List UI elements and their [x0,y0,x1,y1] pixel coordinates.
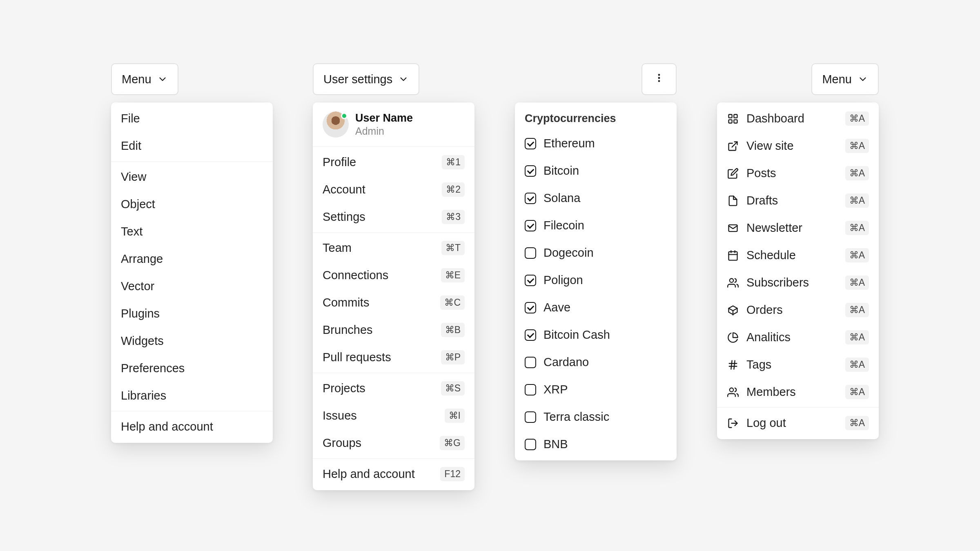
keyboard-shortcut: ⌘A [845,111,869,126]
menu-item[interactable]: Members⌘A [717,378,879,406]
menu-item[interactable]: View [111,163,273,191]
checkbox[interactable] [525,220,536,231]
crypto-option[interactable]: Poligon [515,267,677,294]
crypto-dropdown: CryptocurrenciesEthereumBitcoinSolanaFil… [515,102,677,460]
keyboard-shortcut: ⌘A [845,303,869,317]
menu-button[interactable]: Menu [811,63,879,95]
menu-item[interactable]: Plugins [111,300,273,327]
menu-item-label: Team [323,241,352,255]
menu-item-label: Groups [323,436,361,450]
user-name: User Name [355,112,413,124]
crypto-label: Cardano [543,355,589,369]
checkbox[interactable] [525,247,536,259]
menu-item[interactable]: Libraries [111,382,273,409]
crypto-label: Bitcoin [543,164,579,178]
calendar-icon [727,249,739,262]
menu-item-label: Help and account [323,467,415,481]
checkbox[interactable] [525,275,536,286]
keyboard-shortcut: ⌘G [440,436,465,450]
crypto-label: Filecoin [543,219,584,232]
menu-item[interactable]: Posts⌘A [717,160,879,187]
crypto-option[interactable]: Solana [515,184,677,212]
keyboard-shortcut: ⌘3 [442,210,465,224]
more-button[interactable] [641,63,677,95]
menu-item[interactable]: Object [111,191,273,218]
chevron-down-icon [858,74,868,84]
keyboard-shortcut: ⌘A [845,139,869,153]
menu-item[interactable]: Commits⌘C [313,289,474,316]
user-header[interactable]: User NameAdmin [313,105,474,145]
menu-item-label: Preferences [121,362,185,375]
menu-item[interactable]: Pull requests⌘P [313,344,474,371]
crypto-option[interactable]: Bitcoin [515,157,677,184]
menu-item[interactable]: Profile⌘1 [313,149,474,176]
menu-item[interactable]: Schedule⌘A [717,242,879,269]
menu-button-label: Menu [822,73,852,86]
menu-item[interactable]: Account⌘2 [313,176,474,203]
menu-item-label: Schedule [746,249,796,262]
crypto-option[interactable]: Bitcoin Cash [515,321,677,349]
menu-item[interactable]: Analitics⌘A [717,324,879,351]
menu-item-label: Posts [746,167,776,180]
crypto-option[interactable]: Dogecoin [515,239,677,267]
checkbox[interactable] [525,439,536,450]
crypto-label: BNB [543,438,568,451]
menu-item[interactable]: Tags⌘A [717,351,879,378]
crypto-label: Bitcoin Cash [543,328,610,342]
menu-item-label: Dashboard [746,112,804,125]
menu-item[interactable]: Orders⌘A [717,296,879,324]
menu-item[interactable]: Issues⌘I [313,402,474,429]
checkbox[interactable] [525,193,536,204]
menu-item[interactable]: Projects⌘S [313,375,474,402]
crypto-option[interactable]: Cardano [515,349,677,376]
keyboard-shortcut: ⌘S [441,381,465,395]
menu-item-label: Help and account [121,420,213,433]
menu-item[interactable]: View site⌘A [717,132,879,160]
menu-item[interactable]: Text [111,218,273,245]
checkbox[interactable] [525,302,536,313]
crypto-option[interactable]: Filecoin [515,212,677,239]
checkbox[interactable] [525,411,536,423]
menu-item[interactable]: Arrange [111,245,273,273]
keyboard-shortcut: ⌘A [845,193,869,208]
menu-item[interactable]: Subscribers⌘A [717,269,879,296]
crypto-option[interactable]: XRP [515,376,677,403]
menu-item[interactable]: Dashboard⌘A [717,105,879,132]
crypto-option[interactable]: BNB [515,431,677,458]
crypto-label: Poligon [543,273,583,287]
crypto-option[interactable]: Aave [515,294,677,321]
crypto-option[interactable]: Terra classic [515,403,677,431]
grid-icon [727,113,739,125]
menu-item[interactable]: Drafts⌘A [717,187,879,214]
menu-item-label: Tags [746,358,771,371]
checkbox[interactable] [525,165,536,177]
menu-button[interactable]: Menu [111,63,178,95]
menu-item-label: Connections [323,269,388,282]
crypto-option[interactable]: Ethereum [515,130,677,157]
menu-item[interactable]: Preferences [111,355,273,382]
menu-item[interactable]: Help and accountF12 [313,460,474,488]
checkbox[interactable] [525,357,536,368]
menu-item[interactable]: Edit [111,132,273,160]
menu-item[interactable]: Log out⌘A [717,409,879,437]
menu-item-label: Analitics [746,331,791,344]
menu-item[interactable]: Groups⌘G [313,429,474,457]
nav-dropdown: Dashboard⌘AView site⌘APosts⌘ADrafts⌘ANew… [717,102,879,439]
menu-item[interactable]: Connections⌘E [313,262,474,289]
menu-item[interactable]: Help and account [111,413,273,440]
menu-item[interactable]: Widgets [111,327,273,355]
menu-item-label: Libraries [121,389,166,402]
menu-item[interactable]: Settings⌘3 [313,203,474,231]
external-link-icon [727,140,739,152]
checkbox[interactable] [525,384,536,395]
checkbox[interactable] [525,138,536,149]
user-settings-button[interactable]: User settings [313,63,419,95]
checkbox[interactable] [525,329,536,341]
menu-item[interactable]: Brunches⌘B [313,316,474,344]
crypto-header: Cryptocurrencies [515,105,677,130]
menu-item[interactable]: Newsletter⌘A [717,214,879,242]
menu-item[interactable]: Team⌘T [313,234,474,262]
menu-item-label: Log out [746,416,786,430]
menu-item[interactable]: Vector [111,273,273,300]
menu-item[interactable]: File [111,105,273,132]
